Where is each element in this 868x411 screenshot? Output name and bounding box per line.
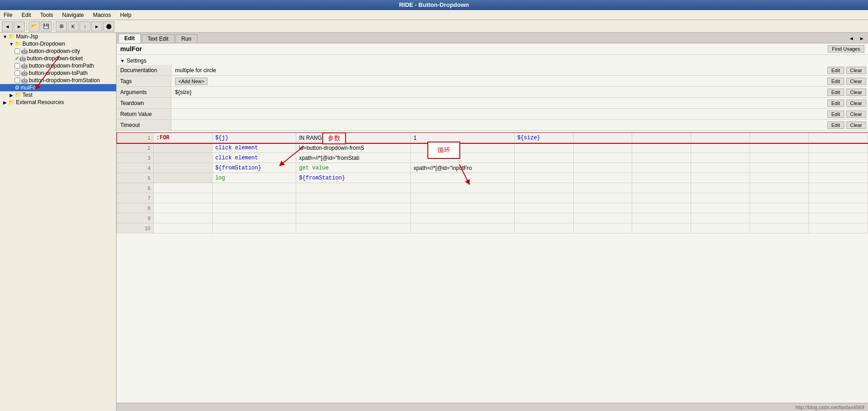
value-tags[interactable]: <Add New>: [171, 76, 825, 86]
grid-cell-4-1[interactable]: [154, 163, 213, 173]
find-usages-button[interactable]: Find Usages: [828, 45, 864, 53]
grid-cell-4-3[interactable]: get value: [296, 163, 410, 173]
grid-cell-4-9[interactable]: [750, 163, 809, 173]
grid-cell-2-6[interactable]: [573, 143, 632, 153]
grid-cell-9-1[interactable]: [154, 213, 213, 223]
grid-cell-5-10[interactable]: [809, 173, 868, 183]
grid-cell-7-1[interactable]: [154, 193, 213, 203]
toolbar-k[interactable]: K: [68, 21, 79, 32]
toolbar-new-suite[interactable]: ⊞: [56, 21, 67, 32]
grid-cell-4-5[interactable]: [514, 163, 573, 173]
grid-cell-4-8[interactable]: [691, 163, 750, 173]
toolbar-stop[interactable]: ⬤: [103, 21, 114, 32]
checkbox-frompath[interactable]: [15, 63, 20, 68]
sidebar-item-fromstation[interactable]: 🤖 button-dropdown-fromStation: [0, 77, 116, 84]
edit-documentation-button[interactable]: Edit: [827, 67, 844, 74]
value-timeout[interactable]: [171, 120, 825, 130]
grid-cell-3-10[interactable]: [809, 153, 868, 163]
toolbar-open[interactable]: 📂: [29, 21, 40, 32]
grid-cell-3-8[interactable]: [691, 153, 750, 163]
edit-arguments-button[interactable]: Edit: [827, 89, 844, 96]
grid-cell-8-1[interactable]: [154, 203, 213, 213]
grid-cell-5-1[interactable]: [154, 173, 213, 183]
grid-cell-3-9[interactable]: [750, 153, 809, 163]
sidebar-item-city[interactable]: 🤖 button-dropdown-city: [0, 47, 116, 55]
toolbar-save[interactable]: 💾: [41, 21, 52, 32]
menu-navigate[interactable]: Navigate: [60, 11, 85, 19]
toolbar-forward[interactable]: ►: [14, 21, 25, 32]
grid-cell-2-10[interactable]: [809, 143, 868, 153]
edit-timeout-button[interactable]: Edit: [827, 121, 844, 129]
tab-run[interactable]: Run: [176, 34, 197, 43]
grid-cell-1-5[interactable]: ${size}: [514, 133, 573, 143]
grid-cell-2-8[interactable]: [691, 143, 750, 153]
grid-cell-5-4[interactable]: [410, 173, 514, 183]
grid-cell-2-9[interactable]: [750, 143, 809, 153]
grid-cell-5-6[interactable]: [573, 173, 632, 183]
grid-cell-3-2[interactable]: click element: [212, 153, 296, 163]
sidebar-item-external[interactable]: ▶ 📁 External Resources: [0, 99, 116, 106]
toolbar-back[interactable]: ◄: [2, 21, 13, 32]
clear-arguments-button[interactable]: Clear: [846, 89, 866, 96]
sidebar-item-topath[interactable]: 🤖 button-dropdown-toPath: [0, 69, 116, 77]
grid-cell-1-3[interactable]: IN RANGE: [296, 133, 410, 143]
grid-cell-1-2[interactable]: ${j}: [212, 133, 296, 143]
edit-teardown-button[interactable]: Edit: [827, 100, 844, 107]
grid-cell-3-3[interactable]: xpath=//*[@id="fromStati: [296, 153, 410, 163]
grid-cell-2-4[interactable]: [410, 143, 514, 153]
tab-nav-right-btn[interactable]: ►: [857, 35, 866, 42]
sidebar-item-ticket[interactable]: ✓ 🤖 button-dropdown-ticket: [0, 55, 116, 62]
grid-cell-1-1[interactable]: :FOR: [154, 133, 213, 143]
grid-cell-3-1[interactable]: [154, 153, 213, 163]
grid-cell-1-4[interactable]: 1: [410, 133, 514, 143]
grid-cell-3-7[interactable]: [632, 153, 691, 163]
grid-cell-6-1[interactable]: [154, 183, 213, 193]
sidebar-item-main-jsp[interactable]: ▼ 📁 Main-Jsp: [0, 33, 116, 40]
clear-timeout-button[interactable]: Clear: [846, 121, 866, 129]
tree-toggle-test[interactable]: ▶: [8, 93, 15, 98]
menu-file[interactable]: File: [2, 11, 14, 19]
grid-cell-2-1[interactable]: [154, 143, 213, 153]
value-return-value[interactable]: [171, 109, 825, 119]
grid-cell-1-9[interactable]: [750, 133, 809, 143]
grid-cell-1-6[interactable]: [573, 133, 632, 143]
add-new-tag-button[interactable]: <Add New>: [175, 78, 208, 85]
value-arguments[interactable]: ${size}: [171, 87, 825, 97]
grid-cell-3-6[interactable]: [573, 153, 632, 163]
grid-cell-5-8[interactable]: [691, 173, 750, 183]
tab-nav-left[interactable]: ◄: [847, 35, 856, 42]
grid-cell-1-7[interactable]: [632, 133, 691, 143]
grid-cell-5-7[interactable]: [632, 173, 691, 183]
value-teardown[interactable]: [171, 98, 825, 108]
grid-cell-5-5[interactable]: [514, 173, 573, 183]
grid-cell-4-2[interactable]: ${fromStation}: [212, 163, 296, 173]
checkbox-city[interactable]: [15, 48, 20, 54]
grid-cell-1-8[interactable]: [691, 133, 750, 143]
edit-tags-button[interactable]: Edit: [827, 78, 844, 85]
clear-tags-button[interactable]: Clear: [846, 78, 866, 85]
grid-cell-2-5[interactable]: [514, 143, 573, 153]
tab-edit[interactable]: Edit: [118, 34, 141, 43]
checkbox-topath[interactable]: [15, 70, 20, 76]
grid-cell-10-1[interactable]: [154, 223, 213, 233]
grid-cell-5-9[interactable]: [750, 173, 809, 183]
clear-teardown-button[interactable]: Clear: [846, 100, 866, 107]
grid-cell-2-7[interactable]: [632, 143, 691, 153]
menu-help[interactable]: Help: [118, 11, 133, 19]
grid-cell-3-4[interactable]: [410, 153, 514, 163]
grid-cell-4-4[interactable]: xpath=//*[@id="inputFro: [410, 163, 514, 173]
settings-header[interactable]: ▼ Settings: [117, 57, 868, 65]
toolbar-up[interactable]: ↑: [80, 21, 91, 32]
clear-return-value-button[interactable]: Clear: [846, 111, 866, 118]
sidebar-item-mulfor[interactable]: ⚙ mulFor: [0, 84, 116, 91]
grid-cell-4-6[interactable]: [573, 163, 632, 173]
grid-cell-2-3[interactable]: id=button-dropdown-fromS: [296, 143, 410, 153]
grid-cell-5-2[interactable]: log: [212, 173, 296, 183]
grid-cell-4-7[interactable]: [632, 163, 691, 173]
grid-cell-2-2[interactable]: click element: [212, 143, 296, 153]
menu-edit[interactable]: Edit: [20, 11, 33, 19]
sidebar-item-test[interactable]: ▶ 📁 Test: [0, 91, 116, 99]
menu-tools[interactable]: Tools: [38, 11, 55, 19]
menu-macros[interactable]: Macros: [91, 11, 112, 19]
tree-toggle-external[interactable]: ▶: [2, 100, 8, 105]
